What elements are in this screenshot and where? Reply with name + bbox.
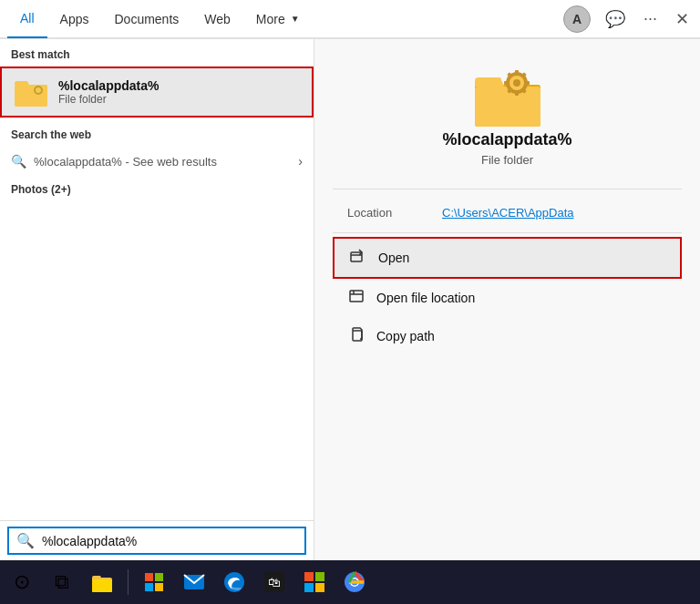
search-taskbar-icon[interactable]: ⊙ — [4, 564, 40, 600]
best-match-title: %localappdata% — [58, 78, 159, 93]
svg-rect-11 — [525, 81, 530, 85]
svg-point-8 — [513, 79, 520, 87]
action-open[interactable]: Open — [333, 237, 682, 279]
best-match-item[interactable]: %localappdata% File folder — [0, 67, 314, 118]
svg-rect-18 — [350, 291, 363, 302]
left-panel: Best match %localappdata% File folder Se… — [0, 39, 314, 560]
photos-label: Photos (2+) — [0, 176, 314, 200]
web-search-label: Search the web — [0, 119, 314, 147]
main-content: Best match %localappdata% File folder Se… — [0, 39, 700, 560]
top-nav: All Apps Documents Web More ▼ A 💬 ··· ✕ — [0, 0, 700, 39]
store2-icon[interactable]: 🛍 — [256, 564, 293, 600]
search-input[interactable] — [42, 534, 297, 548]
svg-text:🛍: 🛍 — [268, 575, 281, 589]
divider-bottom — [333, 232, 682, 233]
chevron-right-icon: › — [298, 154, 303, 169]
result-type: File folder — [481, 153, 533, 167]
svg-rect-5 — [475, 87, 540, 127]
result-title: %localappdata% — [442, 130, 571, 149]
location-row: Location C:\Users\ACER\AppData — [333, 200, 682, 225]
location-label: Location — [347, 206, 420, 220]
svg-rect-1 — [15, 85, 47, 107]
svg-rect-25 — [155, 573, 163, 581]
action-open-location[interactable]: Open file location — [333, 279, 682, 317]
tab-more[interactable]: More ▼ — [243, 0, 313, 38]
action-copy-path[interactable]: Copy path — [333, 317, 682, 355]
svg-rect-34 — [304, 583, 314, 592]
location-icon — [347, 288, 365, 308]
svg-rect-12 — [504, 81, 509, 85]
svg-rect-27 — [155, 583, 163, 591]
taskbar-separator — [128, 569, 129, 595]
svg-rect-26 — [145, 583, 153, 591]
svg-point-3 — [36, 87, 41, 93]
folder-icon-small — [13, 76, 49, 108]
avatar[interactable]: A — [563, 5, 591, 33]
nav-right-controls: A 💬 ··· ✕ — [563, 5, 693, 33]
web-search-text: %localappdata% - See web results — [34, 155, 217, 169]
action-open-label: Open — [378, 251, 409, 265]
task-view-icon[interactable]: ⧉ — [44, 564, 80, 600]
location-value[interactable]: C:\Users\ACER\AppData — [442, 206, 574, 220]
svg-rect-24 — [145, 573, 153, 581]
best-match-subtitle: File folder — [58, 93, 159, 106]
tab-all[interactable]: All — [7, 0, 47, 38]
feedback-icon[interactable]: 💬 — [602, 5, 629, 33]
divider-top — [333, 189, 682, 189]
folder-icon-large — [471, 67, 544, 130]
tab-documents[interactable]: Documents — [101, 0, 191, 38]
close-icon[interactable]: ✕ — [672, 5, 693, 33]
svg-rect-9 — [515, 70, 519, 75]
search-bar: 🔍 — [7, 527, 306, 555]
taskbar: ⊙ ⧉ 🛍 — [0, 560, 700, 604]
svg-rect-32 — [304, 572, 314, 581]
right-panel: %localappdata% File folder Location C:\U… — [314, 39, 700, 560]
web-search-item[interactable]: 🔍 %localappdata% - See web results › — [0, 147, 314, 176]
action-copy-path-label: Copy path — [376, 329, 435, 343]
best-match-text: %localappdata% File folder — [58, 78, 159, 106]
svg-rect-10 — [515, 91, 519, 96]
open-icon — [349, 248, 367, 268]
svg-rect-33 — [315, 572, 324, 581]
tiles-icon[interactable] — [296, 564, 333, 600]
chrome-icon[interactable] — [336, 564, 373, 600]
search-icon: 🔍 — [11, 154, 26, 169]
best-match-label: Best match — [0, 39, 314, 67]
action-open-location-label: Open file location — [376, 291, 475, 305]
tab-web[interactable]: Web — [191, 0, 243, 38]
copy-icon — [347, 326, 365, 346]
tab-apps[interactable]: Apps — [47, 0, 102, 38]
search-bar-icon: 🔍 — [16, 532, 35, 549]
ellipsis-icon[interactable]: ··· — [640, 5, 661, 32]
search-bar-container: 🔍 — [0, 520, 314, 560]
store-icon[interactable] — [136, 564, 172, 600]
svg-rect-23 — [92, 579, 112, 592]
svg-rect-35 — [315, 583, 324, 592]
chevron-down-icon: ▼ — [291, 14, 300, 24]
file-explorer-icon[interactable] — [84, 564, 120, 600]
mail-icon[interactable] — [176, 564, 212, 600]
edge-icon[interactable] — [216, 564, 252, 600]
